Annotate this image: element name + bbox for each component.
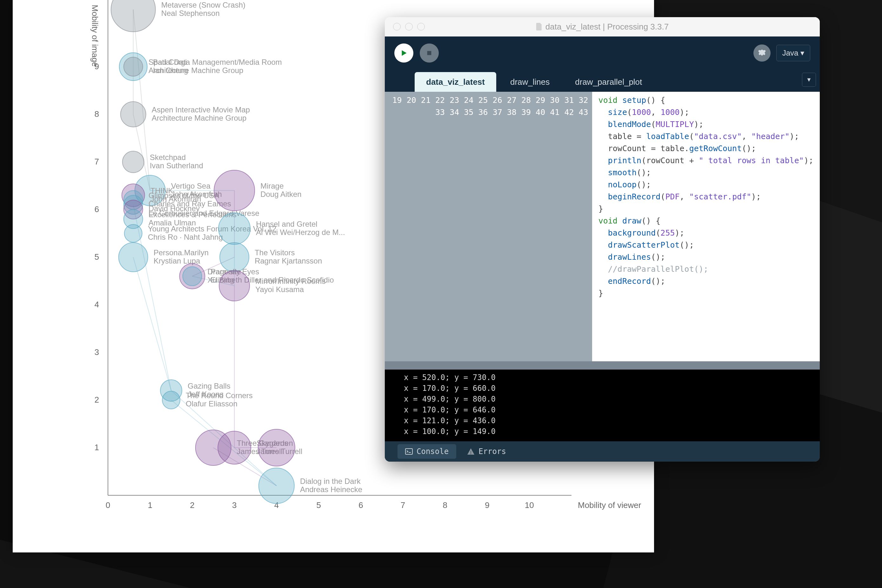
- svg-point-44: [111, 0, 156, 32]
- errors-tab[interactable]: Errors: [459, 444, 514, 459]
- stop-button[interactable]: [420, 44, 439, 63]
- close-icon[interactable]: [393, 23, 400, 30]
- minimize-icon[interactable]: [405, 23, 413, 30]
- sketch-tab[interactable]: data_viz_latest: [415, 72, 496, 92]
- svg-point-93: [183, 267, 202, 286]
- svg-text:5: 5: [316, 500, 321, 510]
- butterfly-icon: [757, 48, 767, 58]
- svg-point-81: [214, 170, 255, 211]
- svg-point-53: [121, 102, 146, 127]
- svg-text:1: 1: [148, 500, 152, 510]
- window-controls[interactable]: [393, 23, 425, 30]
- svg-text:7: 7: [94, 157, 99, 166]
- svg-text:Yayoi Kusama: Yayoi Kusama: [255, 285, 304, 294]
- console-tabs: Console Errors: [385, 441, 820, 462]
- svg-text:4: 4: [94, 300, 99, 309]
- svg-point-50: [124, 57, 143, 76]
- svg-point-112: [259, 468, 294, 504]
- zoom-icon[interactable]: [417, 23, 425, 30]
- svg-point-108: [218, 431, 251, 464]
- svg-text:Architecture Machine Group: Architecture Machine Group: [152, 114, 247, 122]
- svg-point-111: [258, 429, 295, 466]
- svg-text:Dialog in the Dark: Dialog in the Dark: [300, 477, 361, 486]
- console-output[interactable]: x = 520.0; y = 730.0 x = 170.0; y = 660.…: [385, 370, 820, 441]
- svg-text:Ivan Sutherland: Ivan Sutherland: [150, 161, 203, 170]
- svg-point-75: [124, 225, 142, 242]
- svg-rect-116: [405, 448, 412, 454]
- svg-text:3: 3: [232, 500, 237, 510]
- svg-text:Ragnar Kjartansson: Ragnar Kjartansson: [255, 256, 322, 265]
- console-icon: [405, 448, 413, 454]
- window-title: data_viz_latest | Processing 3.3.7: [536, 22, 669, 32]
- code-editor[interactable]: 19 20 21 22 23 24 25 26 27 28 29 30 31 3…: [385, 92, 820, 361]
- svg-text:Architecture Machine Group: Architecture Machine Group: [148, 66, 243, 75]
- line-gutter: 19 20 21 22 23 24 25 26 27 28 29 30 31 3…: [385, 92, 592, 361]
- svg-text:Hansel and Gretel: Hansel and Gretel: [256, 220, 317, 228]
- window-titlebar[interactable]: data_viz_latest | Processing 3.3.7: [385, 17, 820, 36]
- sketch-file-icon: [536, 23, 542, 30]
- svg-text:2: 2: [94, 395, 99, 405]
- svg-point-102: [162, 391, 180, 409]
- ide-toolbar: Java ▾: [385, 36, 820, 69]
- svg-text:The Round Corners: The Round Corners: [186, 391, 253, 400]
- svg-line-39: [134, 257, 171, 390]
- warning-icon: [467, 448, 475, 455]
- svg-point-56: [123, 151, 144, 173]
- code-area[interactable]: void setup() { size(1000, 1000); blendMo…: [592, 92, 820, 361]
- svg-point-84: [218, 213, 250, 244]
- svg-text:Glimpses of the USA: Glimpses of the USA: [148, 191, 219, 200]
- svg-text:8: 8: [94, 109, 99, 119]
- sketch-tabs: data_viz_latestdraw_linesdraw_parallel_p…: [385, 69, 820, 92]
- svg-text:Neal Stephenson: Neal Stephenson: [161, 9, 220, 18]
- svg-text:The Visitors: The Visitors: [255, 248, 295, 257]
- svg-text:3: 3: [94, 347, 99, 357]
- sketch-tab[interactable]: draw_parallel_plot: [564, 72, 653, 92]
- svg-text:Gazing Balls: Gazing Balls: [188, 382, 231, 390]
- sketch-tab[interactable]: draw_lines: [499, 72, 561, 92]
- play-icon: [400, 49, 408, 57]
- svg-text:Mobility of viewer: Mobility of viewer: [578, 500, 641, 510]
- stop-icon: [426, 50, 433, 57]
- svg-text:Mobility of image: Mobility of image: [90, 5, 100, 67]
- processing-ide-window: data_viz_latest | Processing 3.3.7 Java …: [385, 17, 820, 462]
- svg-text:7: 7: [400, 500, 405, 510]
- svg-text:2: 2: [190, 500, 194, 510]
- svg-text:10: 10: [525, 500, 534, 510]
- svg-text:Ai Wei Wei/Herzog de M...: Ai Wei Wei/Herzog de M...: [256, 228, 345, 237]
- svg-text:6: 6: [94, 204, 99, 214]
- svg-text:Doug Aitken: Doug Aitken: [260, 190, 301, 198]
- svg-text:Mirage: Mirage: [260, 182, 284, 190]
- svg-text:Chris Ro · Naht Jahng: Chris Ro · Naht Jahng: [148, 233, 223, 241]
- svg-text:Mirror/Infinity Rooms: Mirror/Infinity Rooms: [255, 277, 326, 285]
- console-tab[interactable]: Console: [398, 444, 456, 459]
- svg-text:Aspen Interactive Movie Map: Aspen Interactive Movie Map: [152, 105, 250, 114]
- svg-point-96: [219, 270, 249, 301]
- svg-text:Metaverse (Snow Crash): Metaverse (Snow Crash): [161, 1, 245, 9]
- svg-text:Vertigo Sea: Vertigo Sea: [171, 182, 211, 190]
- svg-text:Andreas Heinecke: Andreas Heinecke: [300, 485, 362, 494]
- debug-button[interactable]: [753, 45, 771, 62]
- svg-text:5: 5: [94, 252, 99, 262]
- svg-text:8: 8: [443, 500, 447, 510]
- svg-text:6: 6: [358, 500, 363, 510]
- mode-selector[interactable]: Java ▾: [776, 45, 810, 61]
- svg-text:Sketchpad: Sketchpad: [150, 153, 186, 162]
- console-resize-handle[interactable]: [385, 361, 820, 370]
- svg-point-78: [119, 243, 148, 272]
- svg-text:Spatial Data Management/Media : Spatial Data Management/Media Room: [148, 58, 282, 66]
- svg-text:0: 0: [106, 500, 110, 510]
- svg-text:Olafur Eliasson: Olafur Eliasson: [186, 399, 237, 408]
- svg-rect-115: [428, 51, 432, 55]
- run-button[interactable]: [394, 44, 413, 63]
- svg-text:9: 9: [485, 500, 489, 510]
- console-panel: x = 520.0; y = 730.0 x = 170.0; y = 660.…: [385, 361, 820, 462]
- svg-text:1: 1: [94, 442, 99, 452]
- tab-overflow-button[interactable]: ▼: [802, 73, 816, 87]
- svg-text:Persona.Marilyn: Persona.Marilyn: [154, 248, 208, 257]
